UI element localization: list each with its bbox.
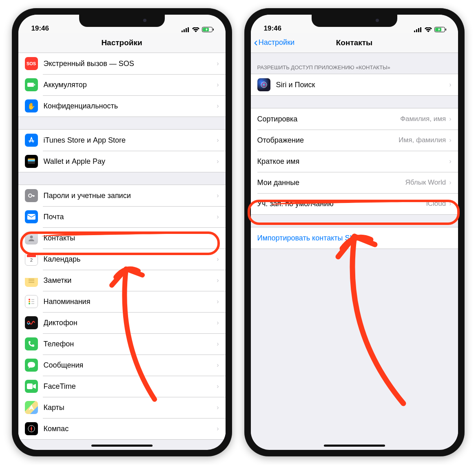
settings-list[interactable]: SOS Экстренный вызов — SOS › Аккумулятор… [18, 53, 226, 447]
battery-app-icon [25, 78, 38, 91]
row-voicememos[interactable]: Диктофон › [18, 312, 226, 333]
row-maps[interactable]: Карты › [18, 397, 226, 418]
back-button[interactable]: ‹ Настройки [254, 38, 295, 47]
row-label: Wallet и Apple Pay [44, 157, 217, 166]
row-facetime[interactable]: FaceTime › [18, 376, 226, 397]
row-wallet[interactable]: Wallet и Apple Pay › [18, 151, 226, 172]
chevron-right-icon: › [217, 102, 219, 110]
voice-memos-icon [25, 316, 38, 329]
sos-icon: SOS [25, 57, 38, 70]
row-label: FaceTime [44, 382, 217, 391]
row-appstore[interactable]: iTunes Store и App Store › [18, 130, 226, 151]
chevron-right-icon: › [217, 298, 219, 305]
chevron-right-icon: › [449, 81, 451, 88]
chevron-right-icon: › [217, 340, 219, 348]
svg-rect-30 [418, 28, 419, 32]
chevron-right-icon: › [217, 383, 219, 390]
row-battery[interactable]: Аккумулятор › [18, 74, 226, 95]
row-passwords[interactable]: Пароли и учетные записи › [18, 185, 226, 206]
svg-rect-26 [27, 383, 33, 389]
home-indicator[interactable] [324, 445, 385, 447]
chevron-right-icon: › [217, 319, 219, 326]
nav-bar: ‹ Настройки Контакты [251, 33, 458, 53]
wallet-icon [25, 155, 38, 168]
svg-text:2: 2 [30, 258, 32, 262]
svg-rect-0 [182, 31, 183, 32]
group-import: Импортировать контакты SIM [251, 227, 458, 249]
chevron-right-icon: › [217, 425, 219, 432]
row-default-account[interactable]: Уч. зап. по умолчанию iCloud › [251, 193, 458, 214]
passwords-icon [25, 189, 38, 202]
nav-bar: Настройки [18, 33, 226, 53]
row-label: Компас [44, 425, 217, 433]
svg-rect-34 [445, 29, 446, 31]
back-label: Настройки [259, 38, 294, 47]
row-label: Отображение [257, 136, 399, 145]
home-indicator[interactable] [91, 445, 153, 447]
section-header: РАЗРЕШИТЬ ДОСТУП ПРИЛОЖЕНИЮ «КОНТАКТЫ» [251, 53, 458, 74]
chevron-left-icon: ‹ [254, 39, 258, 46]
battery-icon [434, 27, 447, 33]
group-general: SOS Экстренный вызов — SOS › Аккумулятор… [18, 53, 226, 117]
row-display-order[interactable]: Отображение Имя, фамилия › [251, 130, 458, 151]
row-label: Телефон [44, 340, 217, 348]
row-siri-search[interactable]: Siri и Поиск › [251, 74, 458, 95]
cellular-signal-icon [182, 27, 190, 32]
chevron-right-icon: › [217, 158, 219, 165]
row-label: Контакты [44, 234, 217, 242]
svg-point-14 [30, 236, 33, 238]
phone-left: 19:46 Настройки SOS Экстренный вызо [12, 8, 232, 456]
svg-point-12 [29, 194, 32, 197]
notch [312, 15, 397, 27]
row-sos[interactable]: SOS Экстренный вызов — SOS › [18, 53, 226, 74]
row-notes[interactable]: Заметки › [18, 270, 226, 291]
page-title: Настройки [101, 38, 142, 47]
row-phone[interactable]: Телефон › [18, 333, 226, 355]
group-apps: Пароли и учетные записи › Почта › Контак… [18, 185, 226, 440]
row-label: Сортировка [257, 115, 401, 123]
row-privacy[interactable]: ✋ Конфиденциальность › [18, 95, 226, 117]
row-mail[interactable]: Почта › [18, 206, 226, 227]
group-contact-prefs: Сортировка Фамилия, имя › Отображение Им… [251, 108, 458, 215]
siri-icon [257, 78, 270, 91]
chevron-right-icon: › [449, 200, 451, 207]
row-import-sim[interactable]: Импортировать контакты SIM [251, 227, 458, 249]
row-label: Краткое имя [257, 157, 446, 166]
svg-rect-11 [28, 160, 35, 161]
chevron-right-icon: › [217, 60, 219, 67]
page-title: Контакты [336, 38, 373, 47]
row-label: Календарь [44, 255, 217, 264]
chevron-right-icon: › [217, 256, 219, 263]
wifi-icon [192, 27, 199, 32]
chevron-right-icon: › [217, 81, 219, 88]
mail-icon [25, 210, 38, 223]
row-my-info[interactable]: Мои данные Яблык World › [251, 172, 458, 193]
row-reminders[interactable]: Напоминания › [18, 291, 226, 312]
row-calendar[interactable]: 2 Календарь › [18, 249, 226, 270]
row-label: Экстренный вызов — SOS [44, 59, 217, 68]
contacts-settings-list[interactable]: РАЗРЕШИТЬ ДОСТУП ПРИЛОЖЕНИЮ «КОНТАКТЫ» S… [251, 53, 458, 447]
row-label: Мои данные [257, 178, 405, 187]
chevron-right-icon: › [449, 115, 451, 123]
row-messages[interactable]: Сообщения › [18, 355, 226, 376]
chevron-right-icon: › [217, 361, 219, 369]
chevron-right-icon: › [217, 277, 219, 284]
row-contacts[interactable]: Контакты › [18, 227, 226, 249]
facetime-icon [25, 380, 38, 393]
row-sort-order[interactable]: Сортировка Фамилия, имя › [251, 108, 458, 130]
svg-point-21 [29, 301, 30, 302]
row-label: Сообщения [44, 361, 217, 370]
chevron-right-icon: › [217, 234, 219, 242]
chevron-right-icon: › [217, 192, 219, 199]
row-label: Аккумулятор [44, 81, 217, 89]
chevron-right-icon: › [449, 179, 451, 186]
row-short-name[interactable]: Краткое имя › [251, 151, 458, 172]
row-label: Почта [44, 213, 217, 221]
svg-rect-1 [184, 29, 185, 32]
svg-point-22 [29, 303, 30, 304]
row-compass[interactable]: Компас › [18, 418, 226, 439]
row-value: Яблык World [405, 178, 446, 187]
status-time: 19:46 [31, 24, 49, 33]
chevron-right-icon: › [217, 137, 219, 144]
svg-rect-13 [27, 214, 35, 220]
